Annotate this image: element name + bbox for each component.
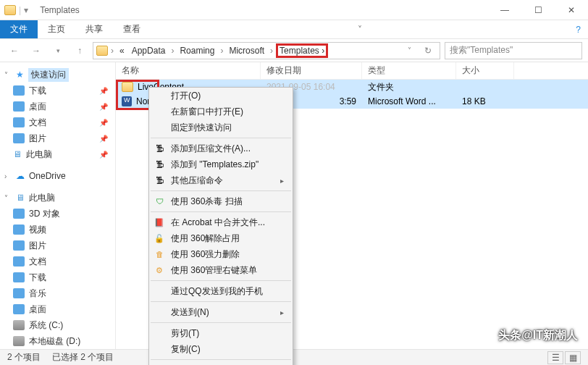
drive-icon: [13, 320, 25, 330]
file-size: 18 KB: [456, 96, 514, 106]
close-button[interactable]: ✕: [555, 0, 588, 20]
menu-qq-send[interactable]: 通过QQ发送到我的手机: [149, 283, 293, 299]
tab-share[interactable]: 共享: [75, 20, 113, 38]
sidebar-item-drive-c[interactable]: 系统 (C:): [0, 317, 115, 333]
breadcrumb[interactable]: › « AppData › Roaming › Microsoft › Temp…: [93, 42, 440, 59]
help-icon[interactable]: ?: [568, 20, 588, 38]
menu-compress-other[interactable]: 🗜其他压缩命令▸: [149, 172, 293, 188]
sidebar-label: 下载: [29, 272, 46, 284]
chevron-right-icon[interactable]: ›: [219, 46, 224, 56]
sidebar-quick-access[interactable]: ˅ ★ 快速访问: [0, 67, 115, 83]
sidebar-label: 图片: [29, 240, 46, 252]
nav-recent-button[interactable]: ▾: [49, 42, 67, 59]
menu-360-manage[interactable]: ⚙使用 360管理右键菜单: [149, 262, 293, 278]
breadcrumb-dropdown-icon[interactable]: ˅: [400, 42, 418, 59]
menu-acrobat-merge[interactable]: 📕在 Acrobat 中合并文件...: [149, 214, 293, 230]
crumb-microsoft[interactable]: Microsoft: [226, 46, 267, 56]
crumb-appdata[interactable]: AppData: [129, 46, 169, 56]
sidebar-label: 桌面: [29, 101, 46, 113]
nav-up-button[interactable]: ↑: [71, 42, 88, 59]
menu-label: 打开(O): [171, 90, 201, 102]
sidebar-item-desktop[interactable]: 桌面📌: [0, 98, 115, 114]
sidebar-item-music[interactable]: 音乐: [0, 285, 115, 301]
chevron-right-icon[interactable]: ›: [109, 46, 115, 56]
menu-separator: [151, 190, 291, 191]
sidebar-item-documents2[interactable]: 文档: [0, 253, 115, 269]
music-icon: [13, 288, 25, 298]
menu-360-scan[interactable]: 🛡使用 360杀毒 扫描: [149, 193, 293, 209]
menu-open[interactable]: 打开(O): [149, 88, 293, 104]
menu-label: 使用 360杀毒 扫描: [171, 196, 243, 208]
sidebar-thispc[interactable]: ˅ 🖥 此电脑: [0, 190, 115, 206]
minimize-button[interactable]: —: [488, 0, 521, 20]
sidebar-label: 下载: [29, 85, 46, 97]
chevron-right-icon[interactable]: ›: [169, 46, 175, 56]
sidebar-item-drive-d[interactable]: 本地磁盘 (D:): [0, 333, 115, 349]
crumb-templates[interactable]: Templates ›: [276, 43, 328, 58]
col-type[interactable]: 类型: [362, 62, 456, 79]
menu-separator: [151, 211, 291, 212]
downloads-icon: [13, 85, 25, 96]
drive-icon: [13, 336, 25, 346]
sidebar-item-downloads[interactable]: 下载📌: [0, 83, 115, 98]
qat-chevron-icon[interactable]: ▾: [24, 5, 28, 15]
sidebar-item-3dobjects[interactable]: 3D 对象: [0, 206, 115, 222]
ribbon-expand-icon[interactable]: ˅: [350, 20, 369, 38]
archive-icon: 🗜: [154, 175, 165, 186]
menu-label: 添加到 "Templates.zip": [171, 159, 259, 171]
menu-pin-quick-access[interactable]: 固定到快速访问: [149, 119, 293, 135]
col-name[interactable]: 名称: [116, 62, 261, 79]
nav-forward-button[interactable]: →: [28, 42, 45, 59]
sidebar-label: OneDrive: [29, 171, 66, 181]
maximize-button[interactable]: ☐: [521, 0, 555, 20]
sidebar-item-pictures[interactable]: 图片📌: [0, 130, 115, 146]
pin-icon: 📌: [99, 103, 108, 111]
chevron-right-icon: ▸: [280, 309, 284, 316]
tab-view[interactable]: 查看: [113, 20, 151, 38]
chevron-right-icon[interactable]: ›: [269, 46, 274, 56]
sidebar-label: 文档: [29, 117, 46, 129]
sidebar-label: 图片: [29, 133, 46, 145]
menu-compress-zip[interactable]: 🗜添加到 "Templates.zip": [149, 156, 293, 172]
menu-create-shortcut[interactable]: 创建快捷方式(S): [149, 362, 293, 365]
crumb-templates-label: Templates: [280, 46, 319, 56]
view-details-button[interactable]: ☰: [547, 351, 563, 364]
videos-icon: [13, 225, 25, 235]
pictures-icon: [13, 240, 25, 251]
col-date[interactable]: 修改日期: [261, 62, 362, 79]
sidebar-item-desktop2[interactable]: 桌面: [0, 301, 115, 317]
tab-home[interactable]: 主页: [38, 20, 75, 38]
menu-compress-add[interactable]: 🗜添加到压缩文件(A)...: [149, 140, 293, 156]
view-icons-button[interactable]: ▦: [565, 351, 581, 364]
gear-icon: ⚙: [154, 264, 165, 276]
sidebar-item-downloads2[interactable]: 下载: [0, 269, 115, 285]
menu-open-new-window[interactable]: 在新窗口中打开(E): [149, 104, 293, 119]
menu-send-to[interactable]: 发送到(N)▸: [149, 304, 293, 320]
archive-icon: 🗜: [154, 159, 165, 170]
menu-copy[interactable]: 复制(C): [149, 341, 293, 357]
search-input[interactable]: 搜索"Templates": [445, 42, 582, 59]
menu-label: 添加到压缩文件(A)...: [171, 143, 251, 155]
sidebar-item-videos[interactable]: 视频: [0, 222, 115, 238]
tab-file[interactable]: 文件: [0, 20, 38, 38]
refresh-icon[interactable]: ↻: [419, 42, 437, 59]
menu-360-unlock[interactable]: 🔓使用 360解除占用: [149, 230, 293, 246]
sidebar-item-pictures2[interactable]: 图片: [0, 238, 115, 253]
menu-separator: [151, 322, 291, 323]
documents-icon: [13, 256, 25, 267]
menu-360-force-delete[interactable]: 🗑使用 360强力删除: [149, 246, 293, 262]
sidebar-item-thispc-quick[interactable]: 🖥此电脑📌: [0, 146, 115, 162]
col-size[interactable]: 大小: [456, 62, 514, 79]
onedrive-icon: ☁: [16, 171, 25, 181]
menu-cut[interactable]: 剪切(T): [149, 325, 293, 341]
qat-sep: |: [19, 5, 21, 15]
nav-back-button[interactable]: ←: [6, 42, 23, 59]
crumb-ellipsis[interactable]: «: [117, 46, 127, 56]
sidebar-item-documents[interactable]: 文档📌: [0, 114, 115, 130]
sidebar-onedrive[interactable]: › ☁ OneDrive: [0, 168, 115, 184]
menu-separator: [151, 301, 291, 302]
sidebar-label: 系统 (C:): [29, 319, 63, 332]
crumb-roaming[interactable]: Roaming: [177, 46, 217, 56]
menu-separator: [151, 280, 291, 281]
pin-icon: 📌: [99, 87, 108, 95]
